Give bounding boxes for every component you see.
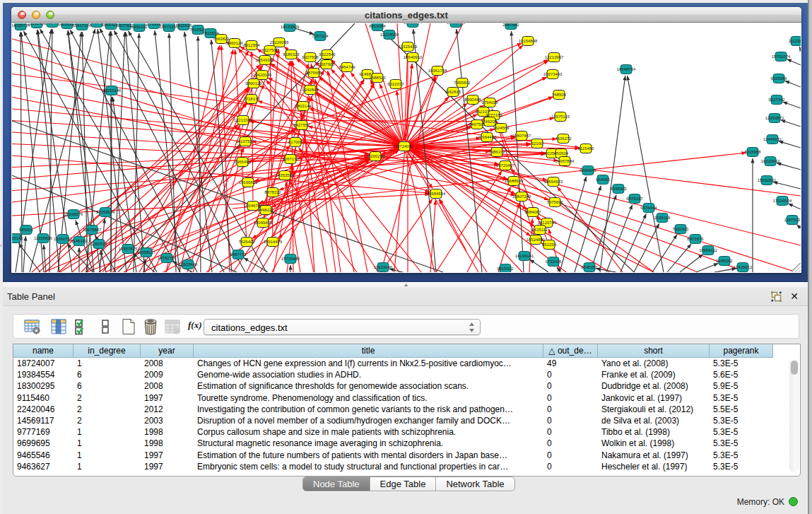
cell-out_degree[interactable]: 0 bbox=[543, 426, 598, 438]
graph-edge[interactable] bbox=[100, 28, 224, 272]
column-settings-icon[interactable] bbox=[24, 318, 41, 335]
graph-edge[interactable] bbox=[98, 29, 126, 272]
cell-out_degree[interactable]: 0 bbox=[543, 461, 598, 472]
cell-name[interactable]: 9699695 bbox=[13, 438, 73, 449]
cell-name[interactable]: 22420046 bbox=[13, 404, 73, 415]
cell-in_degree[interactable]: 2 bbox=[73, 392, 141, 404]
graph-edge[interactable] bbox=[634, 223, 659, 272]
cell-name[interactable]: 9777169 bbox=[13, 426, 73, 438]
cell-out_degree[interactable]: 0 bbox=[543, 450, 598, 461]
cell-pagerank[interactable]: 5.6E-5 bbox=[710, 369, 773, 380]
delete-trash-icon[interactable] bbox=[142, 318, 159, 335]
app-frame-right[interactable] bbox=[808, 0, 812, 514]
graph-edge[interactable] bbox=[410, 148, 748, 272]
cell-pagerank[interactable]: 5.3E-5 bbox=[710, 450, 773, 461]
cell-in_degree[interactable]: 1 bbox=[73, 461, 141, 472]
row-selection-icon[interactable] bbox=[97, 318, 114, 335]
panel-splitter[interactable]: ▲ bbox=[0, 282, 808, 287]
cell-year[interactable]: 1998 bbox=[141, 438, 194, 449]
cell-name[interactable]: 19384554 bbox=[13, 369, 73, 380]
network-view[interactable]: 1405572420691406205571241065532611917104… bbox=[12, 23, 801, 272]
graph-edge[interactable] bbox=[560, 177, 587, 272]
column-header-title[interactable]: title bbox=[194, 344, 543, 358]
table-selector-dropdown[interactable]: citations_edges.txt bbox=[204, 319, 481, 335]
cell-out_degree[interactable]: 49 bbox=[543, 358, 598, 369]
cell-name[interactable]: 18724007 bbox=[13, 358, 73, 369]
cell-pagerank[interactable]: 5.3E-5 bbox=[710, 358, 773, 369]
cell-in_degree[interactable]: 1 bbox=[73, 438, 141, 449]
cell-out_degree[interactable]: 0 bbox=[543, 438, 598, 449]
cell-short[interactable]: de Silva et al. (2003) bbox=[598, 415, 710, 426]
cell-year[interactable]: 1997 bbox=[141, 461, 194, 472]
cell-title[interactable]: Corpus callosum shape and size in male p… bbox=[194, 426, 543, 438]
network-window[interactable]: citations_edges.txt 14055724206914062055… bbox=[11, 7, 801, 273]
cell-year[interactable]: 2003 bbox=[141, 415, 194, 426]
cell-short[interactable]: Dudbridge et al. (2008) bbox=[598, 380, 710, 392]
cell-short[interactable]: Hescheler et al. (1997) bbox=[598, 461, 710, 472]
cell-short[interactable]: Tibbo et al. (1998) bbox=[598, 426, 710, 438]
splitter-grip-icon[interactable]: ▲ bbox=[403, 282, 409, 287]
graph-edge[interactable] bbox=[652, 235, 677, 273]
float-panel-icon[interactable] bbox=[770, 291, 782, 303]
cell-in_degree[interactable]: 1 bbox=[73, 426, 141, 438]
cell-title[interactable]: Disruption of a novel member of a sodium… bbox=[194, 415, 543, 426]
cell-title[interactable]: Embryonic stem cells: a model to study s… bbox=[194, 461, 543, 472]
graph-edge[interactable] bbox=[163, 159, 370, 272]
close-panel-icon[interactable]: ✕ bbox=[789, 291, 799, 302]
graph-edge[interactable] bbox=[408, 150, 566, 272]
cell-in_degree[interactable]: 1 bbox=[73, 358, 141, 369]
table-row[interactable]: 1456911722003Disruption of a novel membe… bbox=[13, 415, 791, 426]
graph-edge[interactable] bbox=[278, 150, 399, 238]
cell-short[interactable]: Stergiakouli et al. (2012) bbox=[598, 404, 710, 415]
cell-pagerank[interactable]: 5.3E-5 bbox=[710, 415, 773, 426]
table-row[interactable]: 911546021997Tourette syndrome. Phenomeno… bbox=[13, 392, 791, 404]
cell-pagerank[interactable]: 5.9E-5 bbox=[710, 380, 773, 392]
cell-pagerank[interactable]: 5.3E-5 bbox=[710, 392, 773, 404]
tab-node-table[interactable]: Node Table bbox=[303, 477, 370, 491]
table-row[interactable]: 1872400712008Changes of HCN gene express… bbox=[13, 358, 791, 369]
cell-title[interactable]: Investigating the contribution of common… bbox=[194, 404, 543, 415]
cell-pagerank[interactable]: 5.3E-5 bbox=[710, 461, 773, 472]
cell-name[interactable]: 14569117 bbox=[13, 415, 73, 426]
cell-in_degree[interactable]: 2 bbox=[73, 404, 141, 415]
table-row[interactable]: 977716911998Corpus callosum shape and si… bbox=[13, 426, 791, 438]
cell-name[interactable]: 9115460 bbox=[13, 392, 73, 404]
cell-name[interactable]: 18300295 bbox=[13, 380, 73, 392]
cell-name[interactable]: 9465546 bbox=[13, 450, 73, 461]
table-row[interactable]: 969969511998Structural magnetic resonanc… bbox=[13, 438, 791, 449]
graph-edge[interactable] bbox=[606, 204, 632, 272]
column-header-name[interactable]: name bbox=[13, 344, 73, 358]
cell-short[interactable]: Franke et al. (2009) bbox=[598, 369, 710, 380]
cell-year[interactable]: 1997 bbox=[141, 392, 194, 404]
cell-out_degree[interactable]: 0 bbox=[543, 415, 598, 426]
column-header-in_degree[interactable]: in_degree bbox=[73, 344, 141, 358]
column-header-out_degree[interactable]: △ out_de… bbox=[543, 344, 598, 358]
column-header-year[interactable]: year bbox=[141, 344, 194, 358]
select-columns-icon[interactable] bbox=[73, 318, 90, 335]
cell-out_degree[interactable]: 0 bbox=[543, 392, 598, 404]
tab-network-table[interactable]: Network Table bbox=[436, 477, 514, 491]
cell-title[interactable]: Estimation of significance thresholds fo… bbox=[194, 380, 543, 392]
graph-edge[interactable] bbox=[169, 33, 176, 272]
control-panel-collapse-grip[interactable]: ‹ bbox=[0, 242, 3, 250]
cell-in_degree[interactable]: 2 bbox=[73, 415, 141, 426]
cell-short[interactable]: Wolkin et al. (1998) bbox=[598, 438, 710, 449]
cell-title[interactable]: Tourette syndrome. Phenomenology and cla… bbox=[194, 392, 543, 404]
tab-edge-table[interactable]: Edge Table bbox=[370, 477, 437, 491]
graph-edge[interactable] bbox=[381, 199, 433, 272]
cell-year[interactable]: 2012 bbox=[141, 404, 194, 415]
cell-short[interactable]: Nakamura et al. (1997) bbox=[598, 450, 710, 461]
cell-out_degree[interactable]: 0 bbox=[543, 404, 598, 415]
column-header-pagerank[interactable]: pagerank bbox=[710, 344, 773, 358]
cell-short[interactable]: Yano et al. (2008) bbox=[598, 358, 710, 369]
cell-year[interactable]: 2008 bbox=[141, 380, 194, 392]
cell-pagerank[interactable]: 5.3E-5 bbox=[710, 426, 773, 438]
graph-edge[interactable] bbox=[118, 23, 355, 272]
show-column-icon[interactable] bbox=[50, 318, 67, 335]
cell-in_degree[interactable]: 6 bbox=[73, 380, 141, 392]
cell-year[interactable]: 2008 bbox=[141, 358, 194, 369]
cell-out_degree[interactable]: 0 bbox=[543, 369, 598, 380]
cell-title[interactable]: Estimation of the future numbers of pati… bbox=[194, 450, 543, 461]
table-scrollbar-thumb[interactable] bbox=[791, 361, 798, 375]
cell-title[interactable]: Genome-wide association studies in ADHD. bbox=[194, 369, 543, 380]
